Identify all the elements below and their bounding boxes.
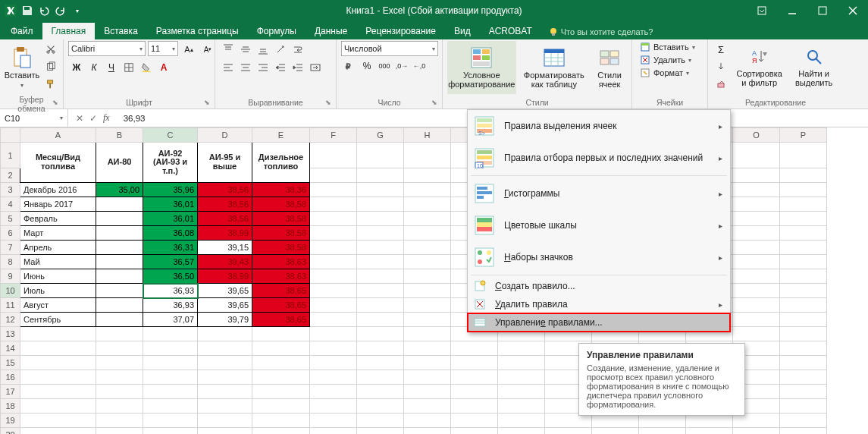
- cell-P8[interactable]: [780, 255, 827, 269]
- col-header-G[interactable]: G: [357, 128, 404, 143]
- cell-F16[interactable]: [310, 370, 357, 385]
- cell-P11[interactable]: [780, 298, 827, 313]
- tab-page-layout[interactable]: Разметка страницы: [147, 23, 248, 39]
- maximize-icon[interactable]: [807, 0, 838, 21]
- cell-F1[interactable]: [310, 143, 357, 168]
- format-as-table-button[interactable]: Форматировать как таблицу: [519, 41, 589, 94]
- cell-C11[interactable]: 36,93: [143, 298, 198, 313]
- font-color-button[interactable]: A: [155, 59, 172, 76]
- cell-A9[interactable]: Июнь: [20, 269, 96, 284]
- cell-A4[interactable]: Январь 2017: [20, 197, 96, 212]
- cell-F3[interactable]: [310, 183, 357, 197]
- cell-I16[interactable]: [451, 370, 498, 385]
- dialog-launcher-icon[interactable]: ⬊: [202, 98, 212, 107]
- insert-cells-button[interactable]: Вставить▾: [637, 41, 698, 53]
- row-header-11[interactable]: 11: [1, 298, 20, 313]
- cell-H7[interactable]: [404, 241, 451, 255]
- cell-B13[interactable]: [96, 327, 143, 341]
- row-header-19[interactable]: 19: [1, 414, 20, 428]
- cell-H8[interactable]: [404, 255, 451, 269]
- cell-G4[interactable]: [357, 197, 404, 212]
- cell-G1[interactable]: [357, 143, 404, 168]
- cell-E3[interactable]: 38,36: [252, 183, 310, 197]
- align-left-icon[interactable]: [220, 59, 237, 76]
- cell-D19[interactable]: [198, 414, 252, 428]
- cell-O8[interactable]: [733, 255, 780, 269]
- cell-F18[interactable]: [310, 399, 357, 414]
- cell-D16[interactable]: [198, 370, 252, 385]
- col-header-A[interactable]: A: [20, 128, 96, 143]
- cell-D8[interactable]: 39,43: [198, 255, 252, 269]
- row-header-7[interactable]: 7: [1, 241, 20, 255]
- number-format-combo[interactable]: Числовой▾: [341, 41, 438, 56]
- cell-P16[interactable]: [780, 370, 827, 385]
- row-header-2[interactable]: 2: [1, 168, 20, 183]
- cell-G12[interactable]: [357, 313, 404, 327]
- cell-H5[interactable]: [404, 212, 451, 226]
- cell-H12[interactable]: [404, 313, 451, 327]
- cell-A6[interactable]: Март: [20, 226, 96, 241]
- row-header-20[interactable]: 20: [1, 428, 20, 435]
- cell-G3[interactable]: [357, 183, 404, 197]
- cell-E6[interactable]: 38,58: [252, 226, 310, 241]
- cell-E8[interactable]: 38,63: [252, 255, 310, 269]
- cell-E10[interactable]: 38,65: [252, 284, 310, 298]
- cell-G2[interactable]: [357, 168, 404, 183]
- cell-O7[interactable]: [733, 241, 780, 255]
- cell-B3[interactable]: 35,00: [96, 183, 143, 197]
- cell-F10[interactable]: [310, 284, 357, 298]
- align-middle-icon[interactable]: [237, 41, 254, 58]
- col-header-H[interactable]: H: [404, 128, 451, 143]
- cell-C12[interactable]: 37,07: [143, 313, 198, 327]
- cell-F11[interactable]: [310, 298, 357, 313]
- paste-button[interactable]: Вставить ▾: [5, 41, 39, 94]
- row-header-14[interactable]: 14: [1, 341, 20, 356]
- cell-A7[interactable]: Апрель: [20, 241, 96, 255]
- cell-I14[interactable]: [451, 341, 498, 356]
- cell-F2[interactable]: [310, 168, 357, 183]
- underline-button[interactable]: Ч: [103, 59, 120, 76]
- cell-F13[interactable]: [310, 327, 357, 341]
- cell-B16[interactable]: [96, 370, 143, 385]
- cell-D14[interactable]: [198, 341, 252, 356]
- sort-filter-button[interactable]: AЯ Сортировка и фильтр: [731, 41, 788, 94]
- cell-J16[interactable]: [498, 370, 545, 385]
- cell-O20[interactable]: [733, 428, 780, 435]
- cell-B4[interactable]: [96, 197, 143, 212]
- cut-icon[interactable]: [42, 41, 59, 58]
- cell-H1[interactable]: [404, 143, 451, 168]
- cell-C14[interactable]: [143, 341, 198, 356]
- cell-D11[interactable]: 39,65: [198, 298, 252, 313]
- tab-formulas[interactable]: Формулы: [248, 23, 306, 39]
- cell-H13[interactable]: [404, 327, 451, 341]
- cell-E18[interactable]: [252, 399, 310, 414]
- dialog-launcher-icon[interactable]: ⬊: [51, 98, 60, 107]
- tab-view[interactable]: Вид: [445, 23, 480, 39]
- cell-O4[interactable]: [733, 197, 780, 212]
- wrap-text-icon[interactable]: [290, 41, 306, 58]
- cell-G7[interactable]: [357, 241, 404, 255]
- row-header-10[interactable]: 10: [1, 284, 20, 298]
- cell-C9[interactable]: 36,50: [143, 269, 198, 284]
- cell-H4[interactable]: [404, 197, 451, 212]
- cell-A19[interactable]: [20, 414, 96, 428]
- cell-I17[interactable]: [451, 385, 498, 399]
- cell-B8[interactable]: [96, 255, 143, 269]
- cell-D13[interactable]: [198, 327, 252, 341]
- cell-P20[interactable]: [780, 428, 827, 435]
- cell-E1[interactable]: Дизельное топливо: [252, 143, 310, 183]
- cell-P13[interactable]: [780, 327, 827, 341]
- cell-D10[interactable]: 39,65: [198, 284, 252, 298]
- cell-A14[interactable]: [20, 341, 96, 356]
- cell-B20[interactable]: [96, 428, 143, 435]
- cell-F15[interactable]: [310, 356, 357, 370]
- cell-F14[interactable]: [310, 341, 357, 356]
- menu-manage-rules[interactable]: Управление правилами... Управление прави…: [468, 313, 730, 332]
- fill-icon[interactable]: [713, 58, 729, 75]
- row-header-1[interactable]: 1: [1, 143, 20, 168]
- cell-P6[interactable]: [780, 226, 827, 241]
- align-bottom-icon[interactable]: [255, 41, 271, 58]
- cell-J17[interactable]: [498, 385, 545, 399]
- cell-B5[interactable]: [96, 212, 143, 226]
- minimize-icon[interactable]: [777, 0, 807, 21]
